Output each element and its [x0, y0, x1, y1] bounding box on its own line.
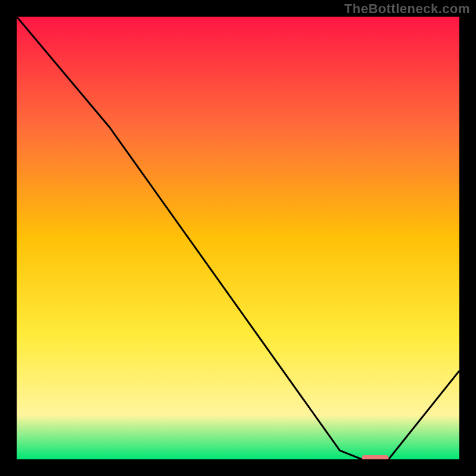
chart-svg — [17, 17, 459, 459]
watermark-text: TheBottleneck.com — [345, 1, 470, 17]
chart-plot-area — [17, 17, 459, 459]
gradient-backdrop — [17, 17, 459, 459]
optimal-range-marker — [362, 455, 389, 459]
